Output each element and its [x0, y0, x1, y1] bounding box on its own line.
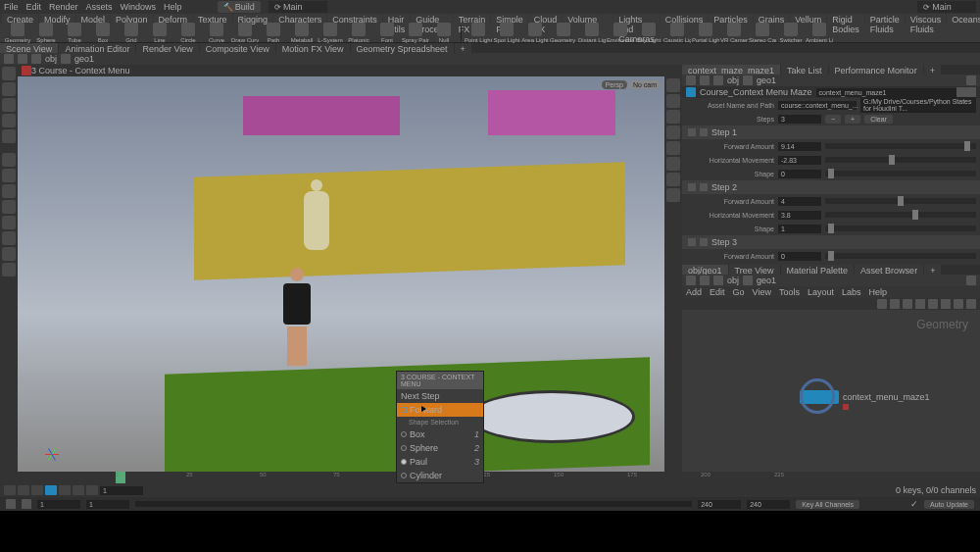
ctx-next-step[interactable]: Next Step	[397, 389, 483, 403]
auto-update-button[interactable]: Auto Update	[924, 500, 974, 509]
shelf-item[interactable]: Area Light	[521, 23, 549, 43]
chevron-down-icon[interactable]	[700, 183, 708, 191]
param-slider[interactable]	[825, 212, 976, 218]
net-menu-item[interactable]: Edit	[710, 287, 725, 297]
param-slider[interactable]	[825, 198, 976, 204]
shelf-item[interactable]: Tube	[61, 23, 88, 43]
shelf-item[interactable]: Line	[146, 23, 173, 43]
shelf-item[interactable]: Portal Light	[692, 23, 719, 43]
gamma-icon[interactable]	[666, 188, 680, 202]
net-tool-icon[interactable]	[890, 299, 900, 309]
net-tool-icon[interactable]	[915, 299, 925, 309]
scale-tool-icon[interactable]	[2, 114, 16, 127]
net-menu-item[interactable]: Tools	[779, 287, 800, 297]
node-name-field[interactable]: context_menu_maze1	[816, 88, 956, 97]
crumb-geo[interactable]: geo1	[757, 75, 776, 85]
shelf-tab[interactable]: Oceans	[947, 14, 980, 24]
crumb-obj[interactable]: obj	[45, 54, 57, 64]
move-tool-icon[interactable]	[2, 82, 16, 96]
current-frame-field[interactable]: 1	[100, 486, 143, 495]
end-field[interactable]: 240	[698, 500, 741, 509]
range-end-field[interactable]: 240	[747, 500, 790, 509]
clear-button[interactable]: Clear	[864, 115, 893, 124]
shelf-item[interactable]: Box	[89, 23, 117, 43]
obj-icon[interactable]	[31, 54, 41, 64]
viewport[interactable]: 3 Course - Context Menu Persp No cam	[18, 65, 682, 472]
pane-tab[interactable]: obj/geo1	[682, 265, 728, 275]
crumb-obj[interactable]: obj	[727, 276, 739, 285]
ctx-shape-option[interactable]: Box1	[397, 427, 483, 441]
geo-icon[interactable]	[61, 54, 71, 64]
net-menu-item[interactable]: Help	[868, 287, 887, 297]
steps-minus-button[interactable]: −	[825, 115, 841, 124]
stop-button[interactable]	[45, 485, 57, 495]
crumb-geo[interactable]: geo1	[757, 276, 776, 285]
shelf-item[interactable]: Sky Light	[635, 23, 662, 43]
param-field[interactable]: 3.8	[778, 211, 821, 220]
shade-icon[interactable]	[666, 157, 680, 171]
lock-icon[interactable]	[666, 94, 680, 108]
geo-icon[interactable]	[743, 75, 753, 85]
shelf-item[interactable]: Spot Light	[493, 23, 520, 43]
pane-tab[interactable]: +	[455, 43, 471, 53]
chevron-down-icon[interactable]	[700, 128, 708, 136]
pane-tab[interactable]: Take List	[781, 65, 828, 75]
net-tool-icon[interactable]	[941, 299, 951, 309]
start-field[interactable]: 1	[86, 500, 129, 509]
persp-button[interactable]: Persp	[602, 80, 627, 89]
shelf-item[interactable]: Platonic	[345, 23, 372, 43]
ctx-shape-option[interactable]: Sphere2	[397, 441, 483, 455]
param-field[interactable]: 1	[778, 225, 821, 233]
pane-tab[interactable]: Scene View	[0, 43, 58, 53]
shelf-item[interactable]: Sphere	[32, 23, 60, 43]
shelf-tab[interactable]: Particle Fluids	[865, 14, 905, 24]
step-header[interactable]: Step 1	[682, 125, 980, 139]
net-tool-icon[interactable]	[903, 299, 912, 309]
menu-windows[interactable]: Windows	[121, 2, 157, 12]
shelf-item[interactable]: Font	[373, 23, 401, 43]
next-frame-button[interactable]	[73, 485, 84, 495]
desktop-combo[interactable]: ⟳ Main	[269, 1, 327, 13]
first-frame-button[interactable]	[4, 485, 16, 495]
crumb-obj[interactable]: obj	[727, 75, 739, 85]
pane-tab[interactable]: context_maze_maze1	[682, 65, 780, 75]
ctx-shape-option[interactable]: Cylinder	[397, 469, 483, 482]
gear-icon[interactable]	[956, 87, 966, 97]
net-tool-icon[interactable]	[928, 299, 938, 309]
help-icon[interactable]	[966, 87, 976, 97]
shelf-item[interactable]: Switcher	[777, 23, 805, 43]
record-icon[interactable]	[22, 66, 31, 75]
viewport-canvas[interactable]	[18, 76, 664, 472]
geo-icon[interactable]	[743, 276, 753, 285]
inspect-tool-icon[interactable]	[2, 200, 16, 214]
net-menu-item[interactable]: Add	[686, 287, 702, 297]
pane-tab[interactable]: +	[924, 65, 941, 75]
param-field[interactable]: 0	[778, 252, 821, 261]
chevron-down-icon[interactable]	[700, 238, 708, 246]
ghost-icon[interactable]	[666, 125, 680, 139]
display-opt-icon[interactable]	[666, 78, 680, 92]
shelf-item[interactable]: Path	[260, 23, 287, 43]
opt-icon[interactable]	[6, 499, 16, 509]
prev-frame-button[interactable]	[18, 485, 29, 495]
step-header[interactable]: Step 2	[682, 180, 980, 194]
play-rev-button[interactable]	[31, 485, 43, 495]
rotate-tool-icon[interactable]	[2, 98, 16, 112]
pane-tab[interactable]: +	[924, 265, 941, 275]
shelf-item[interactable]: Distant Light	[578, 23, 606, 43]
pane-tab[interactable]: Animation Editor	[59, 43, 135, 53]
fwd-icon[interactable]	[700, 75, 710, 85]
net-menu-item[interactable]: Go	[733, 287, 745, 297]
shelf-item[interactable]: Environment Light	[607, 23, 634, 43]
snap-tool-icon[interactable]	[2, 153, 16, 167]
menu-assets[interactable]: Assets	[86, 2, 113, 12]
param-slider[interactable]	[825, 226, 976, 231]
param-slider[interactable]	[825, 157, 976, 163]
menu-file[interactable]: File	[4, 2, 19, 12]
param-slider[interactable]	[825, 253, 976, 259]
ctx-forward[interactable]: Forward	[397, 403, 483, 417]
pin-icon[interactable]	[966, 75, 976, 85]
steps-field[interactable]: 3	[778, 115, 821, 124]
ctx-shape-option[interactable]: Paul3	[397, 455, 483, 469]
light-icon[interactable]	[666, 173, 680, 186]
